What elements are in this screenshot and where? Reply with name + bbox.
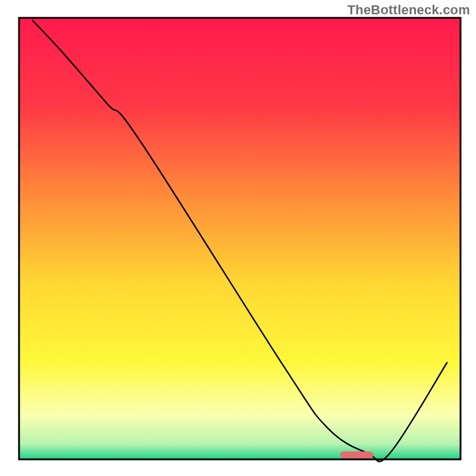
plot-area xyxy=(19,18,461,462)
gradient-background xyxy=(19,18,461,459)
chart-svg xyxy=(0,0,476,476)
watermark-text: TheBottleneck.com xyxy=(347,2,470,18)
optimal-range-marker xyxy=(340,452,374,459)
bottleneck-chart: TheBottleneck.com xyxy=(0,0,476,476)
